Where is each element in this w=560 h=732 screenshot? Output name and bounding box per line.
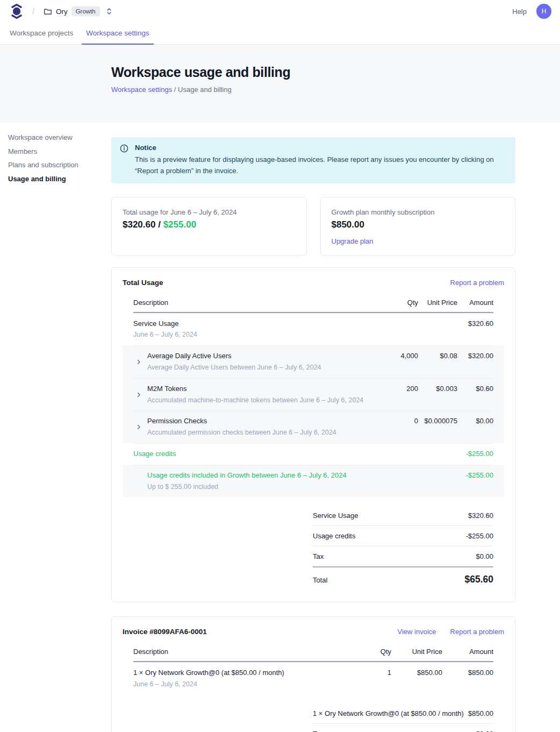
notice-title: Notice (135, 144, 506, 152)
plan-label: Growth plan monthly subscription (332, 208, 505, 216)
row-qty (380, 319, 418, 340)
breadcrumb-current: Usage and billing (178, 86, 232, 94)
row-subtitle: Average Daily Active Users between June … (147, 363, 374, 373)
row-amount: $320.00 (457, 351, 493, 373)
top-bar: / Ory Growth Help H (0, 0, 560, 23)
content-column: Notice This is a preview feature for dis… (111, 123, 515, 732)
page-header: Workspace usage and billing Workspace se… (0, 45, 560, 123)
topbar-right: Help H (512, 4, 551, 19)
invoice-summary: 1 × Ory Network Growth@0 (at $850.00 / m… (313, 703, 493, 732)
invoice-panel-title: Invoice #8099AFA6-0001 (123, 628, 207, 636)
view-invoice-link[interactable]: View invoice (398, 628, 436, 636)
sidebar-item-usage-billing[interactable]: Usage and billing (8, 175, 111, 182)
sidebar-item-members[interactable]: Members (8, 148, 111, 155)
folder-icon (44, 7, 52, 16)
row-unit-price: $850.00 (391, 668, 442, 690)
usage-amount: $320.60 (123, 219, 155, 230)
breadcrumb-separator: / (32, 7, 34, 16)
breadcrumb-separator: / (174, 86, 178, 94)
row-title: Service Usage (133, 319, 374, 329)
usage-table: Description Qty Unit Price Amount Servic… (133, 294, 493, 498)
row-amount: $0.00 (457, 416, 493, 438)
invoice-panel-header: Invoice #8099AFA6-0001 View invoice Repo… (123, 628, 504, 636)
invoice-table-header: Description Qty Unit Price Amount (133, 643, 493, 662)
tab-workspace-projects[interactable]: Workspace projects (5, 23, 77, 45)
summary-total-value: $65.60 (464, 574, 493, 585)
total-usage-panel: Total Usage Report a problem Description… (111, 267, 515, 603)
chevron-updown-icon[interactable] (106, 8, 112, 15)
col-description: Description (133, 648, 359, 656)
summary-total-row: Total $65.60 (313, 567, 493, 591)
table-row: Usage credits -$255.00 (133, 443, 493, 465)
notice-banner: Notice This is a preview feature for dis… (111, 137, 515, 183)
row-qty: 0 (380, 416, 418, 438)
row-unit-price: $0.000075 (418, 416, 457, 438)
row-amount: -$255.00 (457, 471, 493, 492)
col-qty: Qty (380, 299, 418, 307)
avatar[interactable]: H (536, 4, 551, 19)
summary-label: Tax (313, 552, 324, 560)
summary-row: 1 × Ory Network Growth@0 (at $850.00 / m… (313, 703, 493, 724)
summary-value: $0.00 (476, 730, 493, 732)
invoice-table: Description Qty Unit Price Amount 1 × Or… (133, 643, 493, 695)
row-subtitle: June 6 – July 6, 2024 (133, 330, 374, 340)
info-icon (120, 144, 128, 177)
col-amount: Amount (457, 299, 493, 307)
usage-summary: Service Usage $320.60 Usage credits -$25… (313, 506, 493, 591)
summary-value: -$255.00 (466, 532, 493, 540)
ory-logo-icon[interactable] (11, 4, 23, 19)
breadcrumb-settings-link[interactable]: Workspace settings (111, 86, 172, 94)
usage-panel-title: Total Usage (123, 279, 163, 287)
row-qty (380, 449, 418, 459)
help-link[interactable]: Help (512, 8, 527, 16)
row-subtitle: Accumulated machine-to-machine tokens be… (147, 395, 374, 406)
upgrade-plan-link[interactable]: Upgrade plan (332, 237, 374, 245)
tab-workspace-settings[interactable]: Workspace settings (82, 23, 154, 45)
summary-value: $0.00 (476, 552, 493, 560)
table-row: Average Daily Active Users Average Daily… (133, 345, 493, 378)
sidebar-item-workspace-overview[interactable]: Workspace overview (8, 134, 111, 141)
summary-label: Tax (313, 730, 324, 732)
notice-text: Notice This is a preview feature for dis… (135, 144, 506, 177)
col-unit-price: Unit Price (391, 648, 442, 656)
summary-row: Tax $0.00 (313, 724, 493, 732)
row-unit-price: $0.08 (418, 351, 457, 373)
chevron-right-icon[interactable] (135, 392, 142, 398)
row-title: Permission Checks (147, 416, 374, 427)
workspace-name: Ory (56, 8, 68, 16)
invoice-report-problem-link[interactable]: Report a problem (450, 628, 504, 636)
workspace-tabbar: Workspace projects Workspace settings (0, 23, 560, 45)
chevron-right-icon[interactable] (135, 359, 142, 365)
usage-report-problem-link[interactable]: Report a problem (450, 279, 504, 287)
summary-cards: Total usage for June 6 – July 6, 2024 $3… (111, 197, 515, 255)
col-amount: Amount (442, 648, 493, 656)
row-qty: 4,000 (380, 351, 418, 373)
row-title: Usage credits included in Growth between… (147, 471, 374, 481)
usage-credit-amount: $255.00 (163, 219, 196, 230)
row-unit-price (418, 449, 457, 459)
usage-table-header: Description Qty Unit Price Amount (133, 294, 493, 313)
row-title: M2M Tokens (147, 384, 374, 394)
row-subtitle: Up to $ 255.00 included (147, 482, 374, 492)
row-unit-price: $0.003 (418, 384, 457, 406)
summary-row: Usage credits -$255.00 (313, 526, 493, 546)
row-amount: -$255.00 (457, 449, 493, 459)
row-subtitle: Accumulated permission checks between Ju… (147, 428, 374, 438)
row-amount: $320.60 (457, 319, 493, 340)
total-usage-card: Total usage for June 6 – July 6, 2024 $3… (111, 197, 307, 255)
row-subtitle: June 6 – July 6, 2024 (133, 679, 353, 690)
summary-label: Total (313, 576, 327, 584)
col-unit-price: Unit Price (418, 299, 457, 307)
sidebar-item-plans-subscription[interactable]: Plans and subscription (8, 161, 111, 168)
summary-value: $850.00 (468, 709, 493, 717)
total-usage-value: $320.60 / $255.00 (123, 219, 296, 230)
main-area: Workspace overview Members Plans and sub… (0, 123, 560, 732)
table-row: Usage credits included in Growth between… (133, 465, 493, 498)
table-row: Service Usage June 6 – July 6, 2024 $320… (133, 313, 493, 346)
workspace-switcher[interactable]: Ory Growth (44, 6, 112, 16)
row-qty: 200 (380, 384, 418, 406)
row-unit-price (418, 319, 457, 340)
table-row: 1 × Ory Network Growth@0 (at $850.00 / m… (133, 662, 493, 695)
chevron-right-icon[interactable] (135, 424, 142, 430)
col-description: Description (133, 299, 380, 307)
